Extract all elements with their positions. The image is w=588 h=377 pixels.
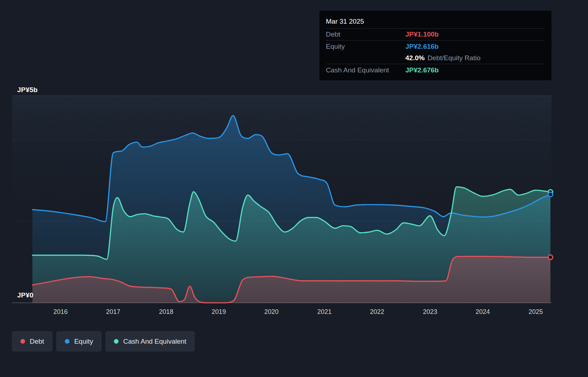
tooltip-equity-value: JP¥2.616b: [405, 43, 439, 51]
x-axis-label-2023: 2023: [414, 308, 446, 316]
x-axis-label-2018: 2018: [150, 308, 182, 316]
equity-color-dot: [65, 339, 69, 344]
debt-color-dot: [20, 339, 25, 344]
x-axis-label-2020: 2020: [255, 308, 288, 316]
legend-cash-label: Cash And Equivalent: [123, 338, 186, 345]
legend-item-cash[interactable]: Cash And Equivalent: [105, 331, 195, 352]
tooltip-cash-value: JP¥2.676b: [405, 66, 439, 74]
tooltip-equity-row: Equity JP¥2.616b: [326, 40, 545, 52]
x-axis-label-2016: 2016: [44, 308, 77, 316]
legend-debt-label: Debt: [30, 338, 44, 345]
tooltip-ratio-label: Debt/Equity Ratio: [428, 54, 481, 62]
tooltip-debt-label: Debt: [326, 30, 405, 38]
tooltip-cash-row: Cash And Equivalent JP¥2.676b: [326, 64, 545, 76]
legend: Debt Equity Cash And Equivalent: [12, 331, 195, 352]
equity-endpoint-marker: [548, 192, 553, 197]
tooltip-cash-label: Cash And Equivalent: [326, 66, 405, 74]
legend-equity-label: Equity: [74, 338, 93, 345]
x-axis-label-2017: 2017: [97, 308, 129, 316]
x-axis-label-2025: 2025: [520, 308, 552, 316]
x-axis-label-2021: 2021: [308, 308, 341, 316]
y-axis-label-top: JP¥5b: [17, 86, 38, 94]
tooltip-equity-label: Equity: [326, 43, 405, 51]
x-axis-label-2019: 2019: [203, 308, 235, 316]
tooltip: Mar 31 2025 Debt JP¥1.100b Equity JP¥2.6…: [319, 11, 551, 80]
cash-color-dot: [114, 339, 119, 344]
tooltip-debt-row: Debt JP¥1.100b: [326, 29, 545, 40]
legend-item-debt[interactable]: Debt: [12, 331, 53, 352]
y-axis-label-zero: JP¥0: [17, 291, 33, 299]
x-axis-label-2024: 2024: [467, 308, 499, 316]
legend-item-equity[interactable]: Equity: [56, 331, 102, 352]
tooltip-ratio-value: 42.0%: [405, 54, 425, 62]
tooltip-date: Mar 31 2025: [326, 14, 545, 29]
tooltip-ratio-text: 42.0%Debt/Equity Ratio: [405, 54, 481, 62]
x-axis-label-2022: 2022: [361, 308, 393, 316]
tooltip-ratio-row: 42.0%Debt/Equity Ratio: [326, 52, 545, 64]
debt-endpoint-marker: [548, 255, 553, 259]
tooltip-debt-value: JP¥1.100b: [405, 30, 439, 38]
chart-page: JP¥5b JP¥0 20162017201820192020202120222…: [0, 0, 588, 377]
